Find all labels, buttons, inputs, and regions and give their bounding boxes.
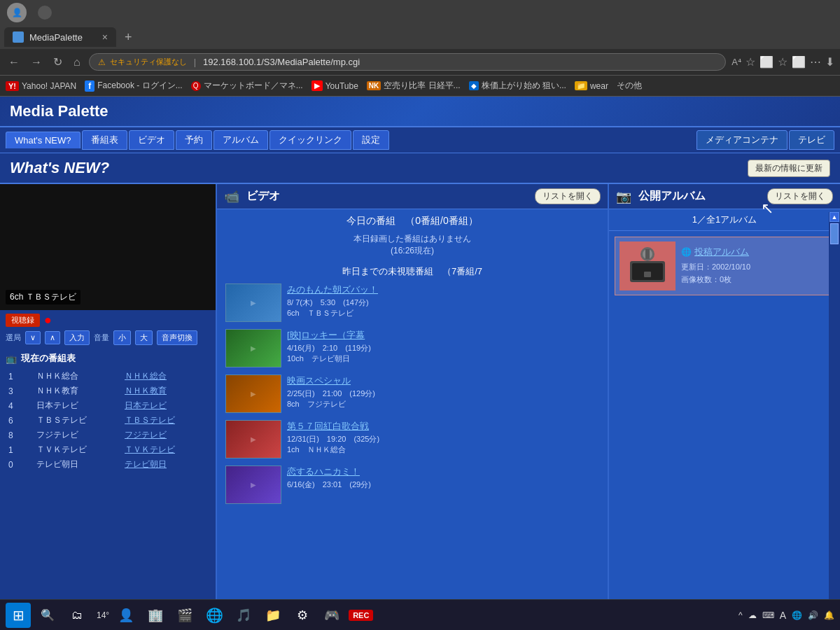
ch-link-ntv[interactable]: 日本テレビ [122, 398, 210, 413]
taskbar-music-button[interactable]: 🎵 [231, 603, 256, 628]
address-field[interactable]: ⚠ セキュリティ保護なし | 192.168.100.1/S3/MediaPal… [89, 53, 727, 71]
tab-program-guide[interactable]: 番組表 [82, 130, 127, 150]
v-scrollbar-right[interactable]: ▲ ▼ [829, 212, 840, 630]
program-title-3[interactable]: 第５７回紅白歌合戦 [287, 420, 599, 433]
album-thumb-0 [620, 241, 676, 290]
extensions-icon[interactable]: ⬜ [792, 55, 806, 69]
ch-link-tv-asahi[interactable]: テレビ朝日 [122, 457, 210, 472]
tab-close-button[interactable]: × [102, 31, 108, 43]
tv-display: 6ch ＴＢＳテレビ [0, 184, 216, 310]
audio-switch-button[interactable]: 音声切換 [157, 330, 197, 345]
bookmark-more[interactable]: その他 [617, 80, 642, 92]
taskbar-teams-button[interactable]: 👤 [113, 603, 139, 628]
taskbar-keyboard-icon[interactable]: ⌨ [762, 610, 774, 620]
channel-down-button[interactable]: ∨ [25, 331, 41, 344]
app-header: Media Palette [0, 97, 840, 127]
ch-num-1: 1 [6, 369, 34, 384]
tab-settings[interactable]: 設定 [353, 130, 389, 150]
home-button[interactable]: ⌂ [71, 53, 83, 71]
new-tab-button[interactable]: + [119, 27, 138, 48]
bookmark-stock[interactable]: ◆ 株価上がり始め 狙い... [469, 80, 566, 92]
tab-reservation[interactable]: 予約 [176, 130, 212, 150]
volume-small-button[interactable]: 小 [113, 330, 131, 345]
refresh-info-button[interactable]: 最新の情報に更新 [748, 160, 830, 177]
share-icon[interactable]: ⬜ [760, 55, 774, 69]
taskbar-show-hidden-button[interactable]: ^ [738, 610, 743, 620]
volume-large-button[interactable]: 大 [135, 330, 153, 345]
taskbar-edge-button[interactable]: 🌐 [202, 603, 227, 628]
album-thumbnail-svg [626, 247, 668, 286]
extension-icon[interactable] [38, 6, 52, 20]
app-title: Media Palette [10, 102, 108, 120]
taskbar-rec-button[interactable]: REC [349, 610, 373, 621]
taskbar-ime-icon[interactable]: A [780, 610, 786, 621]
video-open-list-button[interactable]: リストを開く [535, 188, 601, 204]
program-meta-2: 2/25(日) 21:00 (129分) 8ch フジテレビ [287, 388, 599, 410]
taskbar-right-area: ^ ☁ ⌨ A 🌐 🔊 🔔 [738, 610, 834, 621]
channel-up-button[interactable]: ∧ [45, 331, 60, 344]
left-panel: 6ch ＴＢＳテレビ 視聴録 ● 選局 ∨ ∧ 入力 音量 小 大 [0, 184, 217, 630]
program-meta-0: 8/ 7(木) 5:30 (147分) 6ch ＴＢＳテレビ [287, 298, 599, 319]
program-info-1: [映]ロッキー（字幕 4/16(月) 2:10 (119分) 10ch テレビ朝… [287, 329, 599, 365]
taskbar-start-menu-button[interactable]: 🏢 [143, 603, 168, 628]
bookmark-wear[interactable]: 📁 wear [575, 81, 608, 91]
program-info-4: 恋するハニカミ！ 6/16(金) 23:01 (29分) [287, 465, 599, 490]
bookmark-market[interactable]: Q マーケットボード／マネ... [191, 80, 303, 92]
taskbar-game-button[interactable]: 🎮 [319, 603, 344, 628]
ch-link-tvk[interactable]: ＴＶＫテレビ [122, 442, 210, 457]
taskbar-search-button[interactable]: 🔍 [35, 603, 60, 628]
forward-button[interactable]: → [28, 53, 45, 71]
download-icon[interactable]: ⬇ [825, 55, 834, 69]
channel-list-label: 現在の番組表 [21, 352, 76, 365]
v-scroll-top-btn[interactable]: ▲ [830, 212, 839, 222]
taskbar-media-player-button[interactable]: 🎬 [172, 603, 197, 628]
taskbar-volume-icon[interactable]: 🔊 [808, 610, 818, 620]
taskbar-files-button[interactable]: 📁 [260, 603, 286, 628]
program-title-2[interactable]: 映画スペシャル [287, 374, 599, 387]
program-title-1[interactable]: [映]ロッキー（字幕 [287, 329, 599, 342]
program-title-4[interactable]: 恋するハニカミ！ [287, 465, 599, 478]
bookmark-youtube[interactable]: ▶ YouTube [312, 80, 358, 91]
taskbar-notification-icon[interactable]: 🔔 [824, 610, 834, 620]
album-name-0[interactable]: 投稿アルバム [694, 246, 749, 258]
favorites-icon[interactable]: ☆ [746, 55, 755, 69]
tab-media-container[interactable]: メディアコンテナ [696, 130, 788, 150]
album-open-list-button[interactable]: リストを開く [767, 188, 833, 204]
active-tab[interactable]: MediaPalette × [4, 27, 116, 47]
ch-link-tbs[interactable]: ＴＢＳテレビ [122, 413, 210, 428]
refresh-button[interactable]: ↻ [50, 52, 65, 71]
tab-video[interactable]: ビデオ [129, 130, 174, 150]
channel-table: 1 ＮＨＫ総合 ＮＨＫ総合 3 ＮＨＫ教育 ＮＨＫ教育 4 日本テレビ 日本テレ… [6, 369, 210, 472]
tab-whats-new[interactable]: What's NEW? [6, 132, 80, 148]
globe-icon: 🌐 [681, 247, 692, 257]
windows-start-button[interactable]: ⊞ [6, 603, 31, 628]
profile-icon[interactable]: 👤 [7, 3, 27, 22]
back-button[interactable]: ← [6, 53, 22, 71]
ch-link-nhke[interactable]: ＮＨＫ教育 [122, 384, 210, 398]
program-thumb-4: ▶ [225, 465, 281, 504]
bookmark-youtube-label: YouTube [326, 81, 358, 91]
bookmark-facebook[interactable]: f Facebook - ログイン... [85, 80, 182, 92]
ch-link-nhk[interactable]: ＮＨＫ総合 [122, 369, 210, 384]
taskbar-system-button[interactable]: ⚙ [290, 603, 315, 628]
settings-icon[interactable]: ⋯ [810, 55, 821, 69]
ch-link-fuji[interactable]: フジテレビ [122, 428, 210, 442]
program-thumb-0: ▶ [225, 284, 281, 322]
record-button[interactable]: 視聴録 [6, 314, 40, 327]
program-info-2: 映画スペシャル 2/25(日) 21:00 (129分) 8ch フジテレビ [287, 374, 599, 410]
ch-num-4: 6 [6, 413, 34, 428]
bookmark-yahoo[interactable]: Y! Yahoo! JAPAN [6, 81, 76, 91]
collections-icon[interactable]: ☆ [778, 55, 788, 69]
input-button[interactable]: 入力 [64, 330, 90, 345]
taskbar-network-icon[interactable]: 🌐 [792, 610, 802, 620]
v-scroll-thumb[interactable] [830, 223, 839, 244]
read-aloud-icon[interactable]: A⁴ [732, 57, 741, 67]
app-container: Media Palette What's NEW? 番組表 ビデオ 予約 アルバ… [0, 97, 840, 630]
bookmark-nk[interactable]: NK 空売り比率 日経平... [367, 80, 461, 92]
program-title-0[interactable]: みのもんた朝ズバッ！ [287, 284, 599, 296]
tab-quick-link[interactable]: クイックリンク [270, 130, 351, 150]
tab-tv[interactable]: テレビ [789, 130, 834, 150]
program-thumb-3: ▶ [225, 420, 281, 458]
taskbar-task-view-button[interactable]: 🗂 [64, 603, 90, 628]
tab-album[interactable]: アルバム [214, 130, 268, 150]
